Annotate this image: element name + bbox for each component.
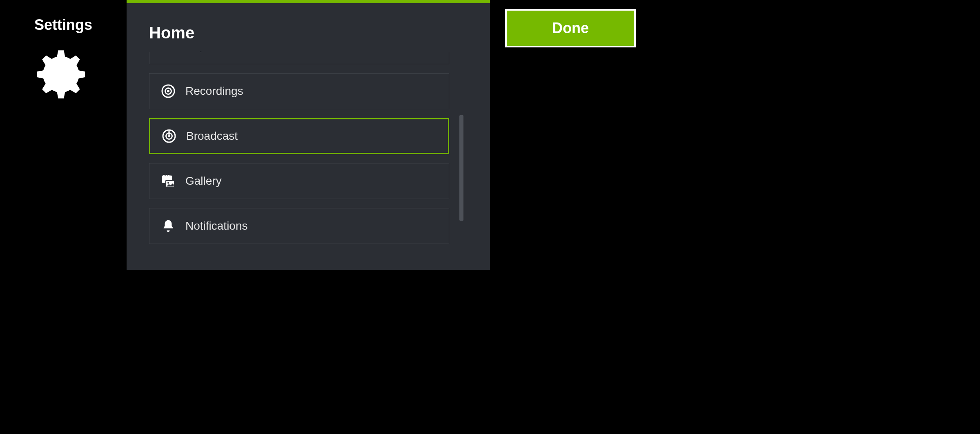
bell-icon — [160, 218, 176, 234]
panel-title: Home — [149, 24, 490, 42]
svg-rect-18 — [168, 175, 169, 177]
settings-list: Keyboard shortcuts Recordings — [149, 52, 463, 260]
item-recordings[interactable]: Recordings — [149, 73, 449, 109]
item-keyboard-shortcuts[interactable]: Keyboard shortcuts — [149, 52, 449, 64]
item-label: Gallery — [185, 174, 222, 188]
item-broadcast[interactable]: Broadcast — [149, 118, 449, 154]
broadcast-icon — [161, 128, 177, 144]
gear-icon — [35, 46, 92, 105]
svg-point-15 — [167, 182, 169, 184]
gallery-icon — [160, 173, 176, 189]
item-label: Recordings — [185, 85, 243, 98]
settings-sidebar: Settings — [0, 16, 127, 105]
done-label: Done — [552, 20, 589, 37]
item-label: Broadcast — [186, 130, 238, 143]
record-icon — [160, 83, 176, 99]
item-label: Notifications — [185, 219, 248, 233]
svg-point-8 — [167, 90, 169, 92]
scrollbar-thumb[interactable] — [459, 115, 463, 221]
svg-rect-17 — [166, 175, 167, 177]
item-notifications[interactable]: Notifications — [149, 208, 449, 244]
item-label: Keyboard shortcuts — [185, 52, 284, 53]
keyboard-icon — [160, 52, 176, 54]
svg-rect-16 — [163, 175, 165, 177]
home-panel: Home Keyboard shortcuts — [127, 0, 490, 270]
item-gallery[interactable]: Gallery — [149, 163, 449, 199]
done-button[interactable]: Done — [505, 9, 636, 47]
sidebar-title: Settings — [0, 16, 127, 34]
